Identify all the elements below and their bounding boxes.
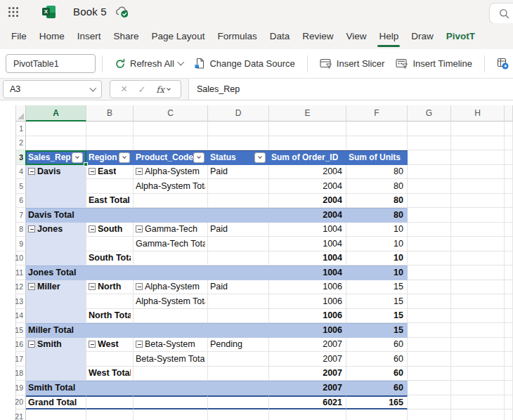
row-header-6[interactable]: 6 (15, 194, 26, 209)
selection-fill-handle[interactable] (84, 162, 88, 166)
cell-D3[interactable]: Status (208, 150, 269, 165)
cell-I5[interactable] (505, 179, 513, 194)
cell-A16[interactable]: Smith (26, 338, 86, 353)
pivottable-name-input[interactable] (6, 54, 96, 73)
cell-E12[interactable]: 1006 (269, 280, 346, 295)
cell-I4[interactable] (505, 165, 513, 180)
cell-I12[interactable] (505, 280, 513, 295)
cell-F4[interactable]: 80 (346, 165, 408, 180)
cell-G11[interactable] (408, 265, 451, 280)
cell-E16[interactable]: 2007 (269, 338, 346, 353)
filter-dropdown-button[interactable] (119, 152, 130, 163)
cell-G1[interactable] (408, 122, 451, 136)
cell-I14[interactable] (505, 309, 513, 324)
row-header-1[interactable]: 1 (15, 122, 26, 136)
cell-H10[interactable] (451, 251, 505, 266)
cell-H15[interactable] (451, 323, 505, 338)
cell-C5[interactable]: Alpha-System Total (134, 179, 208, 194)
column-header-C[interactable]: C (134, 105, 208, 122)
cell-B21[interactable] (86, 409, 134, 420)
tab-share[interactable]: Share (108, 23, 145, 49)
cell-F21[interactable] (346, 409, 408, 420)
insert-function-button[interactable]: fx (156, 84, 170, 95)
cell-C20[interactable] (134, 395, 208, 410)
cell-A20[interactable]: Grand Total (26, 395, 86, 410)
cell-D12[interactable]: Paid (208, 280, 269, 295)
cell-F16[interactable]: 60 (346, 338, 408, 353)
cell-F2[interactable] (346, 136, 408, 151)
cell-H17[interactable] (451, 352, 505, 367)
row-header-14[interactable]: 14 (15, 309, 26, 324)
cell-A15[interactable]: Miller Total (26, 323, 86, 338)
cell-I3[interactable] (505, 150, 513, 165)
cell-A21[interactable] (26, 409, 86, 420)
cell-A1[interactable] (26, 122, 86, 136)
cell-D15[interactable] (208, 323, 269, 338)
collapse-minus-icon[interactable] (136, 341, 143, 348)
cell-A17[interactable] (26, 352, 86, 367)
cell-G2[interactable] (408, 136, 451, 151)
row-header-10[interactable]: 10 (15, 251, 26, 266)
cell-A14[interactable] (26, 309, 86, 324)
cell-G21[interactable] (408, 409, 451, 420)
cell-D5[interactable] (208, 179, 269, 194)
cell-G17[interactable] (408, 352, 451, 367)
cell-H3[interactable] (451, 150, 505, 165)
cell-F11[interactable]: 10 (346, 265, 408, 280)
cell-F6[interactable]: 80 (346, 194, 408, 209)
collapse-minus-icon[interactable] (28, 341, 35, 348)
collapse-minus-icon[interactable] (89, 283, 96, 290)
cell-B10[interactable]: South Total (86, 251, 134, 266)
collapse-minus-icon[interactable] (89, 225, 96, 232)
cell-I21[interactable] (505, 409, 513, 420)
cell-C15[interactable] (134, 323, 208, 338)
tab-help[interactable]: Help (372, 23, 405, 49)
cell-B16[interactable]: West (86, 338, 134, 353)
cell-E7[interactable]: 2004 (269, 208, 346, 223)
cell-C17[interactable]: Beta-System Total (134, 352, 208, 367)
row-header-11[interactable]: 11 (15, 265, 26, 280)
row-header-19[interactable]: 19 (15, 381, 26, 395)
cell-E20[interactable]: 6021 (269, 395, 346, 410)
cell-H11[interactable] (451, 265, 505, 280)
cell-E10[interactable]: 1004 (269, 251, 346, 266)
collapse-minus-icon[interactable] (28, 225, 35, 232)
tab-insert[interactable]: Insert (71, 23, 108, 49)
cell-G16[interactable] (408, 338, 451, 353)
cell-I6[interactable] (505, 194, 513, 209)
cell-I15[interactable] (505, 323, 513, 338)
cell-I16[interactable] (505, 338, 513, 353)
cell-B19[interactable] (86, 381, 134, 395)
cell-A2[interactable] (26, 136, 86, 151)
cell-I20[interactable] (505, 395, 513, 410)
cell-F18[interactable]: 60 (346, 367, 408, 381)
cell-D8[interactable]: Paid (208, 223, 269, 237)
filter-dropdown-button[interactable] (72, 152, 83, 163)
cell-C6[interactable] (134, 194, 208, 209)
cell-G13[interactable] (408, 294, 451, 309)
row-header-9[interactable]: 9 (15, 237, 26, 251)
cell-I7[interactable] (505, 208, 513, 223)
column-header-E[interactable]: E (269, 105, 346, 122)
cell-E17[interactable]: 2007 (269, 352, 346, 367)
cell-B6[interactable]: East Total (86, 194, 134, 209)
cell-D6[interactable] (208, 194, 269, 209)
cell-F1[interactable] (346, 122, 408, 136)
cancel-icon[interactable] (121, 84, 127, 95)
cell-G10[interactable] (408, 251, 451, 266)
cell-E19[interactable]: 2007 (269, 381, 346, 395)
cell-I17[interactable] (505, 352, 513, 367)
cell-G4[interactable] (408, 165, 451, 180)
cell-H14[interactable] (451, 309, 505, 324)
cell-C13[interactable]: Alpha-System Total (134, 294, 208, 309)
cell-D14[interactable] (208, 309, 269, 324)
cell-G7[interactable] (408, 208, 451, 223)
row-header-16[interactable]: 16 (15, 338, 26, 353)
row-header-21[interactable]: 21 (15, 409, 26, 420)
cell-D4[interactable]: Paid (208, 165, 269, 180)
collapse-minus-icon[interactable] (89, 168, 96, 175)
cell-B15[interactable] (86, 323, 134, 338)
cell-G9[interactable] (408, 237, 451, 251)
row-header-18[interactable]: 18 (15, 367, 26, 381)
cell-A6[interactable] (26, 194, 86, 209)
